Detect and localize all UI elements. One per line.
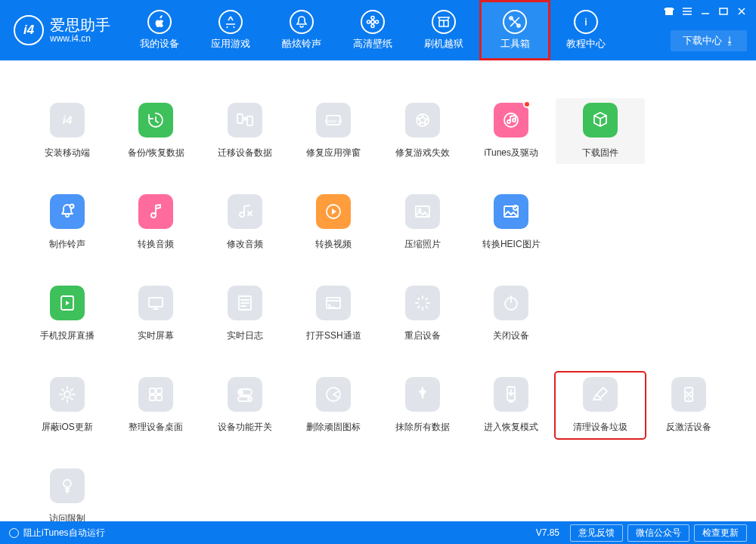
itunes-icon bbox=[494, 103, 528, 138]
tool-erase[interactable]: 抹除所有数据 bbox=[378, 372, 467, 438]
tool-label: 打开SSH通道 bbox=[306, 329, 361, 342]
content-area: i4安装移动端备份/恢复数据迁移设备数据Apple ID修复应用弹窗修复游戏失效… bbox=[0, 60, 756, 521]
nav-bell[interactable]: 酷炫铃声 bbox=[266, 0, 337, 60]
tool-switch[interactable]: 设备功能开关 bbox=[200, 372, 290, 438]
nav-flower[interactable]: 高清壁纸 bbox=[337, 0, 408, 60]
logo-icon: i4 bbox=[50, 103, 85, 138]
tool-power[interactable]: 关闭设备 bbox=[467, 281, 556, 347]
flower-icon bbox=[361, 10, 385, 34]
tool-label: 访问限制 bbox=[49, 512, 85, 521]
tool-label: 安装移动端 bbox=[45, 147, 90, 159]
tool-label: 压缩照片 bbox=[404, 238, 441, 251]
tool-label: 屏蔽iOS更新 bbox=[42, 421, 93, 434]
tool-loading[interactable]: 重启设备 bbox=[378, 281, 467, 347]
grid-icon bbox=[138, 377, 173, 412]
tool-label: 反激活设备 bbox=[666, 421, 711, 434]
tool-label: 转换HEIC图片 bbox=[482, 238, 541, 251]
nav-appstore[interactable]: 应用游戏 bbox=[195, 0, 266, 60]
tool-migrate[interactable]: 迁移设备数据 bbox=[200, 98, 290, 164]
tool-grid[interactable]: 整理设备桌面 bbox=[112, 372, 201, 438]
feedback-button[interactable]: 意见反馈 bbox=[570, 524, 623, 542]
tool-log[interactable]: 实时日志 bbox=[200, 281, 290, 347]
tool-appfix[interactable]: 修复游戏失效 bbox=[378, 98, 467, 164]
titlebar: i4 爱思助手 www.i4.cn 我的设备应用游戏酷炫铃声高清壁纸刷机越狱工具… bbox=[0, 0, 756, 60]
tool-logo[interactable]: i4安装移动端 bbox=[23, 98, 112, 164]
toggle-indicator-icon[interactable] bbox=[9, 528, 19, 538]
svg-rect-29 bbox=[150, 388, 155, 394]
check-update-button[interactable]: 检查更新 bbox=[694, 524, 747, 542]
tool-label: 手机投屏直播 bbox=[40, 329, 94, 342]
tool-screen[interactable]: 实时屏幕 bbox=[112, 281, 201, 347]
tools-icon bbox=[503, 10, 527, 34]
info-icon bbox=[574, 10, 598, 34]
svg-rect-9 bbox=[237, 114, 243, 123]
bell-icon bbox=[290, 10, 314, 34]
cast-icon bbox=[50, 286, 85, 320]
tool-label: 实时日志 bbox=[227, 329, 263, 342]
tool-appleid[interactable]: Apple ID修复应用弹窗 bbox=[290, 98, 379, 164]
video-icon bbox=[316, 194, 351, 229]
nav-label: 刷机越狱 bbox=[424, 37, 463, 51]
tool-video[interactable]: 转换视频 bbox=[290, 190, 379, 255]
tool-label: 进入恢复模式 bbox=[484, 421, 538, 434]
svg-rect-32 bbox=[156, 395, 162, 400]
tool-ssh[interactable]: 打开SSH通道 bbox=[290, 281, 379, 347]
download-center-button[interactable]: 下载中心 ⭳ bbox=[671, 30, 747, 51]
tool-label: 备份/恢复数据 bbox=[128, 147, 184, 159]
tool-label: 修复应用弹窗 bbox=[306, 147, 361, 159]
screen-icon bbox=[138, 286, 173, 320]
wechat-button[interactable]: 微信公众号 bbox=[627, 524, 689, 542]
tool-label: 制作铃声 bbox=[49, 238, 85, 251]
erase-icon bbox=[405, 377, 440, 412]
box-icon bbox=[432, 10, 456, 34]
tool-label: iTunes及驱动 bbox=[484, 147, 538, 159]
nav-info[interactable]: 教程中心 bbox=[550, 0, 621, 60]
nav-box[interactable]: 刷机越狱 bbox=[408, 0, 479, 60]
svg-rect-26 bbox=[327, 298, 340, 308]
recover-icon bbox=[494, 377, 528, 412]
svg-point-40 bbox=[64, 480, 71, 487]
tool-label: 迁移设备数据 bbox=[218, 147, 272, 159]
tool-label: 下载固件 bbox=[582, 147, 618, 159]
tool-cube[interactable]: 下载固件 bbox=[556, 98, 645, 164]
tool-label: 设备功能开关 bbox=[218, 421, 272, 434]
tool-grid: i4安装移动端备份/恢复数据迁移设备数据Apple ID修复应用弹窗修复游戏失效… bbox=[23, 98, 733, 521]
tool-label: 修改音频 bbox=[227, 238, 263, 251]
appleid-icon: Apple ID bbox=[316, 103, 351, 138]
tool-key[interactable]: 访问限制 bbox=[23, 464, 112, 521]
ssh-icon bbox=[316, 286, 351, 320]
itunes-block-toggle[interactable]: 阻止iTunes自动运行 bbox=[23, 527, 105, 539]
tool-label: 转换视频 bbox=[315, 238, 352, 251]
clean-icon bbox=[583, 377, 618, 412]
nav-apple[interactable]: 我的设备 bbox=[124, 0, 195, 60]
tool-itunes[interactable]: iTunes及驱动 bbox=[467, 98, 556, 164]
tool-image[interactable]: 压缩照片 bbox=[378, 190, 467, 255]
tool-clean[interactable]: 清理设备垃圾 bbox=[556, 372, 645, 438]
audioed-icon bbox=[228, 194, 262, 229]
maximize-icon[interactable] bbox=[715, 5, 732, 18]
tool-audio[interactable]: 转换音频 bbox=[112, 190, 201, 255]
tool-heic[interactable]: 转换HEIC图片 bbox=[467, 190, 556, 255]
tool-audioed[interactable]: 修改音频 bbox=[200, 190, 290, 255]
tool-recover[interactable]: 进入恢复模式 bbox=[467, 372, 556, 438]
gearno-icon bbox=[50, 377, 85, 412]
loading-icon bbox=[405, 286, 440, 320]
deact-icon bbox=[671, 377, 706, 412]
svg-point-28 bbox=[64, 391, 70, 397]
nav-tools[interactable]: 工具箱 bbox=[479, 0, 550, 60]
skin-icon[interactable] bbox=[661, 5, 677, 18]
tool-deact[interactable]: 反激活设备 bbox=[645, 372, 734, 438]
menu-icon[interactable] bbox=[679, 5, 696, 18]
switch-icon bbox=[228, 377, 262, 412]
tool-pacman[interactable]: 删除顽固图标 bbox=[290, 372, 379, 438]
nav-label: 应用游戏 bbox=[211, 37, 250, 51]
minimize-icon[interactable] bbox=[697, 5, 714, 18]
tool-cast[interactable]: 手机投屏直播 bbox=[23, 281, 112, 347]
tool-label: 删除顽固图标 bbox=[306, 421, 361, 434]
close-icon[interactable] bbox=[733, 5, 750, 18]
tool-bellplus[interactable]: 制作铃声 bbox=[23, 190, 112, 255]
tool-label: 转换音频 bbox=[138, 238, 174, 251]
tool-gearno[interactable]: 屏蔽iOS更新 bbox=[23, 372, 112, 438]
notification-dot-icon bbox=[523, 100, 531, 108]
tool-restore[interactable]: 备份/恢复数据 bbox=[112, 98, 201, 164]
